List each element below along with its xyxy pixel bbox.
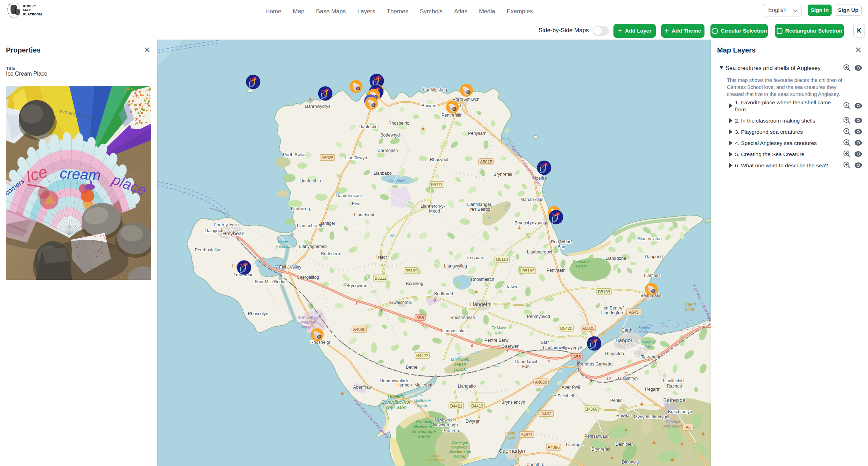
svg-text:Pen-Lôn: Pen-Lôn bbox=[442, 428, 459, 433]
svg-text:2. In the classroom making she: 2. In the classroom making shells bbox=[735, 118, 815, 124]
svg-text:Bay: Bay bbox=[557, 244, 565, 249]
svg-text:y Gribin: y Gribin bbox=[276, 244, 289, 249]
svg-text:Traeth: Traeth bbox=[277, 240, 288, 244]
svg-text:Ynys Môn: Ynys Môn bbox=[385, 405, 407, 410]
svg-text:6: 6 bbox=[471, 343, 473, 348]
svg-text:Llangoed: Llangoed bbox=[645, 254, 662, 259]
svg-text:Llaingoch: Llaingoch bbox=[204, 228, 223, 233]
svg-text:Tirwedd: Tirwedd bbox=[387, 394, 405, 399]
svg-text:Brynsiencyn: Brynsiencyn bbox=[501, 400, 525, 405]
svg-text:Penrhyn: Penrhyn bbox=[641, 340, 655, 344]
svg-text:Airport: Airport bbox=[301, 325, 313, 329]
svg-text:Rhiwlas: Rhiwlas bbox=[616, 413, 632, 418]
svg-text:Llanfaethlu: Llanfaethlu bbox=[299, 179, 321, 183]
svg-text:Tregaian: Tregaian bbox=[466, 255, 483, 260]
svg-text:Abermenai: Abermenai bbox=[425, 458, 445, 462]
svg-text:Bangor: Bangor bbox=[638, 326, 650, 330]
svg-text:Trefor: Trefor bbox=[376, 255, 387, 260]
svg-text:B5111: B5111 bbox=[431, 182, 443, 187]
svg-text:Llanrug: Llanrug bbox=[566, 442, 581, 447]
svg-text:Porth Swtan: Porth Swtan bbox=[283, 152, 307, 157]
svg-text:Llanddeusant: Llanddeusant bbox=[335, 193, 362, 198]
svg-text:Llanddona: Llanddona bbox=[606, 256, 626, 261]
svg-text:5: 5 bbox=[422, 324, 424, 328]
svg-text:Rhosmeirch: Rhosmeirch bbox=[471, 277, 494, 282]
svg-text:A4080: A4080 bbox=[535, 380, 547, 385]
svg-text:B5109: B5109 bbox=[522, 269, 535, 273]
svg-text:Sea creatures and shells of An: Sea creatures and shells of Anglesey bbox=[725, 65, 821, 71]
svg-text:A55: A55 bbox=[573, 355, 581, 360]
svg-text:3: 3 bbox=[355, 301, 358, 306]
svg-text:Llanllechid: Llanllechid bbox=[663, 378, 683, 383]
svg-text:12: 12 bbox=[652, 360, 656, 364]
svg-text:Penmynydd: Penmynydd bbox=[527, 314, 550, 319]
svg-text:Llanfihangel: Llanfihangel bbox=[467, 202, 491, 207]
svg-text:Tal-y-bont: Tal-y-bont bbox=[641, 355, 660, 360]
svg-text:Caergeiliog: Caergeiliog bbox=[297, 275, 319, 280]
svg-text:5. Creating the Sea Creature: 5. Creating the Sea Creature bbox=[735, 151, 804, 157]
svg-text:Flats: Flats bbox=[640, 330, 649, 334]
svg-text:Ty Mawr: Ty Mawr bbox=[492, 326, 507, 330]
svg-text:Llangristiolus: Llangristiolus bbox=[441, 328, 467, 333]
svg-text:Glanadda: Glanadda bbox=[605, 351, 624, 356]
svg-text:(SSSI): (SSSI) bbox=[454, 367, 466, 372]
svg-text:Cenedlaethol: Cenedlaethol bbox=[381, 399, 410, 405]
svg-text:B4419: B4419 bbox=[471, 404, 484, 409]
svg-text:Marian-glas: Marian-glas bbox=[520, 197, 543, 202]
svg-text:Dwyran: Dwyran bbox=[466, 419, 480, 424]
svg-text:Forest: Forest bbox=[418, 434, 430, 439]
svg-text:Llannerch-y-: Llannerch-y- bbox=[421, 204, 445, 209]
svg-text:Llangefni: Llangefni bbox=[470, 301, 492, 307]
svg-text:7: 7 bbox=[506, 350, 508, 354]
svg-text:Llanfflewyn: Llanfflewyn bbox=[345, 155, 367, 160]
svg-text:Llangwyllog: Llangwyllog bbox=[444, 264, 467, 269]
svg-text:B5109: B5109 bbox=[405, 269, 418, 273]
svg-text:Pentir: Pentir bbox=[610, 398, 622, 403]
svg-text:Llanfechell: Llanfechell bbox=[359, 124, 380, 129]
svg-text:Bethesda: Bethesda bbox=[663, 397, 686, 403]
svg-text:11: 11 bbox=[624, 371, 628, 376]
svg-text:Hen Bentref: Hen Bentref bbox=[600, 306, 624, 311]
svg-text:Malltraeth: Malltraeth bbox=[414, 399, 431, 403]
svg-text:Porth Amlwch: Porth Amlwch bbox=[453, 97, 479, 102]
svg-text:Braichmelyn: Braichmelyn bbox=[668, 409, 692, 414]
svg-text:Talwrn: Talwrn bbox=[506, 284, 519, 289]
svg-text:A5025: A5025 bbox=[480, 160, 492, 165]
svg-text:Burwen: Burwen bbox=[422, 103, 436, 108]
svg-text:A4080: A4080 bbox=[353, 327, 366, 332]
svg-text:Brynrefail: Brynrefail bbox=[494, 172, 512, 177]
svg-text:RAF Valley: RAF Valley bbox=[298, 315, 317, 320]
svg-text:Bodedern: Bodedern bbox=[321, 251, 340, 256]
svg-text:Gwalchmai: Gwalchmai bbox=[390, 300, 412, 305]
svg-text:Malltraeth: Malltraeth bbox=[451, 357, 470, 362]
svg-text:✈: ✈ bbox=[360, 385, 363, 391]
svg-text:B5112: B5112 bbox=[375, 276, 387, 281]
svg-text:Y Fali / Valley: Y Fali / Valley bbox=[275, 265, 301, 270]
svg-text:Gaerwen: Gaerwen bbox=[502, 344, 520, 349]
svg-text:3. Playground sea creatures: 3. Playground sea creatures bbox=[735, 129, 803, 135]
svg-text:A55: A55 bbox=[416, 315, 424, 320]
svg-text:Niwbwrch /: Niwbwrch / bbox=[451, 445, 470, 449]
svg-text:6. What one word to describe t: 6. What one word to describe the sea? bbox=[735, 162, 828, 168]
svg-text:Forest: Forest bbox=[576, 264, 587, 268]
svg-text:B5109: B5109 bbox=[598, 290, 610, 294]
svg-text:Rachub: Rachub bbox=[667, 384, 682, 389]
svg-text:10: 10 bbox=[606, 376, 611, 381]
svg-text:Elim: Elim bbox=[352, 201, 360, 206]
svg-text:Llan: Llan bbox=[495, 330, 503, 334]
svg-text:✈: ✈ bbox=[433, 297, 437, 303]
svg-text:Newborough: Newborough bbox=[412, 429, 436, 434]
svg-text:Rhoscolyn: Rhoscolyn bbox=[248, 311, 268, 316]
svg-text:Bangor: Bangor bbox=[616, 337, 632, 343]
svg-text:cream: cream bbox=[60, 165, 101, 183]
svg-text:Aber Pwll: Aber Pwll bbox=[562, 385, 580, 390]
svg-text:B4421: B4421 bbox=[450, 404, 463, 409]
svg-text:Niwbwrch /: Niwbwrch / bbox=[435, 418, 456, 423]
svg-text:Penrhos Garnedd: Penrhos Garnedd bbox=[578, 362, 613, 367]
svg-text:Caeathro: Caeathro bbox=[526, 462, 544, 466]
svg-text:A545: A545 bbox=[629, 310, 639, 315]
svg-text:Dinorwig: Dinorwig bbox=[622, 460, 639, 465]
svg-text:created that live in the seas: created that live in the seas surroundin… bbox=[727, 91, 840, 97]
svg-text:Penisarwaun: Penisarwaun bbox=[584, 434, 610, 439]
svg-text:A5025: A5025 bbox=[321, 155, 334, 160]
